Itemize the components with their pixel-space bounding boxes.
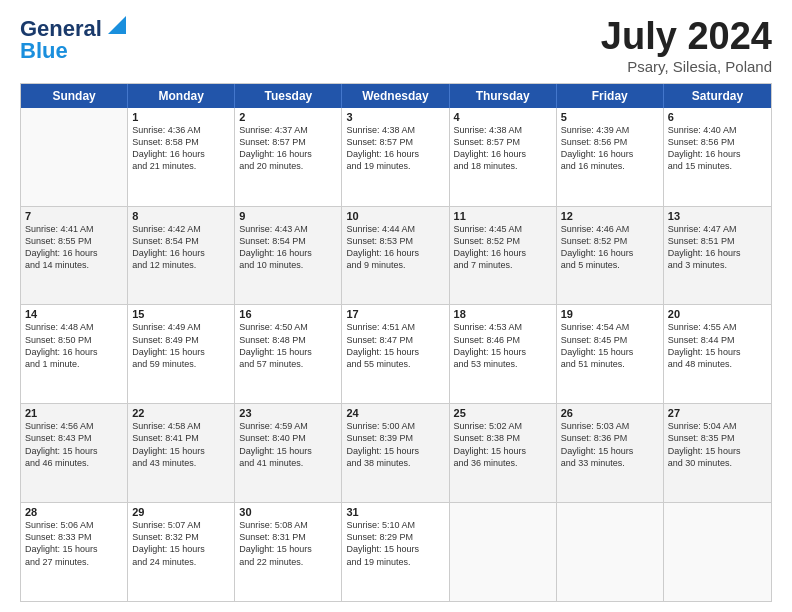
day-number: 30 bbox=[239, 506, 337, 518]
cell-info-line: and 19 minutes. bbox=[346, 160, 444, 172]
cell-info-line: Daylight: 16 hours bbox=[25, 346, 123, 358]
cell-info-line: Sunrise: 4:38 AM bbox=[454, 124, 552, 136]
calendar-cell: 25Sunrise: 5:02 AMSunset: 8:38 PMDayligh… bbox=[450, 404, 557, 502]
cell-info-line: Daylight: 15 hours bbox=[132, 445, 230, 457]
day-number: 12 bbox=[561, 210, 659, 222]
day-number: 21 bbox=[25, 407, 123, 419]
cell-info-line: and 3 minutes. bbox=[668, 259, 767, 271]
cell-info-line: and 27 minutes. bbox=[25, 556, 123, 568]
cell-info-line: and 46 minutes. bbox=[25, 457, 123, 469]
calendar-header-day: Saturday bbox=[664, 84, 771, 108]
cell-info-line: Sunrise: 4:53 AM bbox=[454, 321, 552, 333]
cell-info-line: Sunset: 8:36 PM bbox=[561, 432, 659, 444]
calendar-header: SundayMondayTuesdayWednesdayThursdayFrid… bbox=[21, 84, 771, 108]
cell-info-line: Sunrise: 4:55 AM bbox=[668, 321, 767, 333]
cell-info-line: and 59 minutes. bbox=[132, 358, 230, 370]
cell-info-line: Sunset: 8:49 PM bbox=[132, 334, 230, 346]
cell-info-line: Sunset: 8:52 PM bbox=[454, 235, 552, 247]
calendar-header-day: Friday bbox=[557, 84, 664, 108]
cell-info-line: and 12 minutes. bbox=[132, 259, 230, 271]
cell-info-line: Sunrise: 4:38 AM bbox=[346, 124, 444, 136]
cell-info-line: Sunrise: 4:50 AM bbox=[239, 321, 337, 333]
cell-info-line: Daylight: 15 hours bbox=[132, 346, 230, 358]
calendar-cell: 14Sunrise: 4:48 AMSunset: 8:50 PMDayligh… bbox=[21, 305, 128, 403]
cell-info-line: and 7 minutes. bbox=[454, 259, 552, 271]
cell-info-line: Sunset: 8:29 PM bbox=[346, 531, 444, 543]
cell-info-line: Sunset: 8:53 PM bbox=[346, 235, 444, 247]
cell-info-line: Sunset: 8:50 PM bbox=[25, 334, 123, 346]
cell-info-line: Daylight: 16 hours bbox=[668, 247, 767, 259]
day-number: 16 bbox=[239, 308, 337, 320]
cell-info-line: Sunrise: 4:49 AM bbox=[132, 321, 230, 333]
cell-info-line: Daylight: 16 hours bbox=[239, 247, 337, 259]
cell-info-line: Sunrise: 5:04 AM bbox=[668, 420, 767, 432]
cell-info-line: Sunset: 8:55 PM bbox=[25, 235, 123, 247]
calendar-cell: 4Sunrise: 4:38 AMSunset: 8:57 PMDaylight… bbox=[450, 108, 557, 206]
calendar-cell: 15Sunrise: 4:49 AMSunset: 8:49 PMDayligh… bbox=[128, 305, 235, 403]
day-number: 2 bbox=[239, 111, 337, 123]
cell-info-line: and 15 minutes. bbox=[668, 160, 767, 172]
calendar-cell: 22Sunrise: 4:58 AMSunset: 8:41 PMDayligh… bbox=[128, 404, 235, 502]
calendar-cell bbox=[450, 503, 557, 601]
calendar-cell: 16Sunrise: 4:50 AMSunset: 8:48 PMDayligh… bbox=[235, 305, 342, 403]
calendar-cell: 11Sunrise: 4:45 AMSunset: 8:52 PMDayligh… bbox=[450, 207, 557, 305]
cell-info-line: Sunrise: 4:44 AM bbox=[346, 223, 444, 235]
cell-info-line: Sunset: 8:44 PM bbox=[668, 334, 767, 346]
cell-info-line: Sunrise: 4:54 AM bbox=[561, 321, 659, 333]
cell-info-line: Sunrise: 4:47 AM bbox=[668, 223, 767, 235]
cell-info-line: and 33 minutes. bbox=[561, 457, 659, 469]
cell-info-line: Sunrise: 5:00 AM bbox=[346, 420, 444, 432]
cell-info-line: Sunrise: 4:41 AM bbox=[25, 223, 123, 235]
calendar-cell: 30Sunrise: 5:08 AMSunset: 8:31 PMDayligh… bbox=[235, 503, 342, 601]
calendar-cell: 28Sunrise: 5:06 AMSunset: 8:33 PMDayligh… bbox=[21, 503, 128, 601]
day-number: 26 bbox=[561, 407, 659, 419]
cell-info-line: and 21 minutes. bbox=[132, 160, 230, 172]
cell-info-line: Sunset: 8:32 PM bbox=[132, 531, 230, 543]
cell-info-line: and 57 minutes. bbox=[239, 358, 337, 370]
cell-info-line: Daylight: 16 hours bbox=[346, 247, 444, 259]
cell-info-line: Sunrise: 4:48 AM bbox=[25, 321, 123, 333]
day-number: 6 bbox=[668, 111, 767, 123]
cell-info-line: Sunset: 8:43 PM bbox=[25, 432, 123, 444]
cell-info-line: Sunrise: 4:40 AM bbox=[668, 124, 767, 136]
calendar-row: 28Sunrise: 5:06 AMSunset: 8:33 PMDayligh… bbox=[21, 502, 771, 601]
cell-info-line: Daylight: 15 hours bbox=[346, 346, 444, 358]
cell-info-line: Sunset: 8:33 PM bbox=[25, 531, 123, 543]
calendar-cell: 8Sunrise: 4:42 AMSunset: 8:54 PMDaylight… bbox=[128, 207, 235, 305]
cell-info-line: and 51 minutes. bbox=[561, 358, 659, 370]
calendar-cell: 13Sunrise: 4:47 AMSunset: 8:51 PMDayligh… bbox=[664, 207, 771, 305]
main-title: July 2024 bbox=[601, 16, 772, 58]
cell-info-line: Sunrise: 5:08 AM bbox=[239, 519, 337, 531]
calendar-cell: 1Sunrise: 4:36 AMSunset: 8:58 PMDaylight… bbox=[128, 108, 235, 206]
calendar-cell: 7Sunrise: 4:41 AMSunset: 8:55 PMDaylight… bbox=[21, 207, 128, 305]
cell-info-line: Daylight: 15 hours bbox=[454, 445, 552, 457]
calendar-cell bbox=[557, 503, 664, 601]
calendar-cell: 24Sunrise: 5:00 AMSunset: 8:39 PMDayligh… bbox=[342, 404, 449, 502]
day-number: 24 bbox=[346, 407, 444, 419]
cell-info-line: Sunset: 8:39 PM bbox=[346, 432, 444, 444]
cell-info-line: Sunrise: 4:39 AM bbox=[561, 124, 659, 136]
day-number: 7 bbox=[25, 210, 123, 222]
cell-info-line: Sunrise: 4:37 AM bbox=[239, 124, 337, 136]
cell-info-line: Daylight: 16 hours bbox=[454, 247, 552, 259]
cell-info-line: and 30 minutes. bbox=[668, 457, 767, 469]
calendar-cell: 23Sunrise: 4:59 AMSunset: 8:40 PMDayligh… bbox=[235, 404, 342, 502]
cell-info-line: Daylight: 15 hours bbox=[346, 543, 444, 555]
logo: General Blue bbox=[20, 16, 126, 64]
cell-info-line: and 38 minutes. bbox=[346, 457, 444, 469]
cell-info-line: Daylight: 16 hours bbox=[454, 148, 552, 160]
cell-info-line: Sunrise: 4:56 AM bbox=[25, 420, 123, 432]
calendar-body: 1Sunrise: 4:36 AMSunset: 8:58 PMDaylight… bbox=[21, 108, 771, 601]
day-number: 11 bbox=[454, 210, 552, 222]
calendar-row: 1Sunrise: 4:36 AMSunset: 8:58 PMDaylight… bbox=[21, 108, 771, 206]
cell-info-line: Daylight: 15 hours bbox=[239, 543, 337, 555]
cell-info-line: Sunrise: 5:07 AM bbox=[132, 519, 230, 531]
calendar-cell: 5Sunrise: 4:39 AMSunset: 8:56 PMDaylight… bbox=[557, 108, 664, 206]
cell-info-line: Sunrise: 4:59 AM bbox=[239, 420, 337, 432]
cell-info-line: Sunset: 8:40 PM bbox=[239, 432, 337, 444]
cell-info-line: and 10 minutes. bbox=[239, 259, 337, 271]
cell-info-line: Daylight: 16 hours bbox=[25, 247, 123, 259]
cell-info-line: and 55 minutes. bbox=[346, 358, 444, 370]
day-number: 4 bbox=[454, 111, 552, 123]
cell-info-line: Daylight: 15 hours bbox=[454, 346, 552, 358]
